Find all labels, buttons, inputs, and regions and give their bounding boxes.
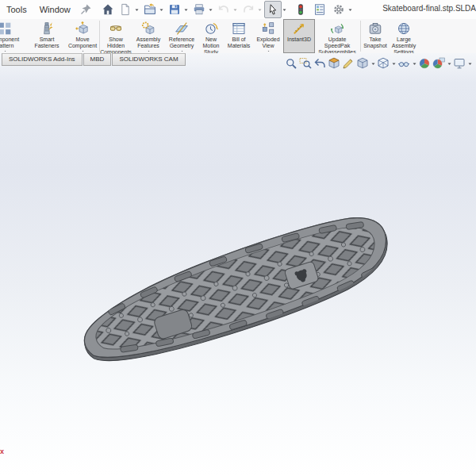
print-dropdown-icon[interactable] bbox=[208, 2, 213, 17]
bill-of-materials-icon bbox=[232, 21, 246, 36]
dropdown-caret-icon bbox=[2, 50, 8, 52]
ribbon-separator bbox=[360, 21, 361, 52]
dropdown-caret-icon bbox=[266, 50, 271, 52]
ribbon-button-exploded-view[interactable]: Exploded View bbox=[253, 19, 283, 53]
apply-scene-icon[interactable] bbox=[432, 56, 446, 71]
update-speedpak-icon bbox=[330, 21, 344, 36]
previous-view-icon[interactable] bbox=[313, 56, 327, 71]
dropdown-caret-icon bbox=[80, 50, 86, 52]
view-settings-icon[interactable] bbox=[452, 56, 466, 71]
graphics-area[interactable]: x bbox=[0, 53, 476, 476]
undo-dropdown-icon[interactable] bbox=[232, 2, 238, 17]
print-icon[interactable] bbox=[190, 1, 208, 18]
section-view-icon[interactable] bbox=[327, 56, 341, 71]
instant3d-icon bbox=[292, 21, 306, 36]
save-dropdown-icon[interactable] bbox=[183, 2, 189, 17]
command-manager-tabs: SOLIDWORKS Add-Ins MBD SOLIDWORKS CAM bbox=[2, 53, 186, 66]
zoom-to-fit-icon[interactable] bbox=[284, 56, 298, 71]
command-manager-ribbon: Component Pattern Smart Fasteners Move C… bbox=[0, 19, 476, 54]
new-document-icon[interactable] bbox=[117, 1, 134, 18]
assembly-features-icon bbox=[141, 21, 155, 36]
view-orientation-icon[interactable] bbox=[355, 56, 370, 71]
menubar: Tools Window Skateboard-final.stp.SLDA bbox=[0, 0, 476, 19]
heads-up-view-toolbar bbox=[284, 56, 473, 71]
ribbon-button-new-motion-study[interactable]: New Motion Study bbox=[198, 19, 225, 53]
ribbon-button-assembly-features[interactable]: Assembly Features bbox=[131, 19, 166, 53]
tab-solidworks-add-ins[interactable]: SOLIDWORKS Add-Ins bbox=[2, 53, 83, 66]
ribbon-button-move-component[interactable]: Move Component bbox=[67, 19, 98, 53]
document-title: Skateboard-final.stp.SLDA bbox=[382, 4, 476, 13]
show-hidden-components-icon bbox=[109, 21, 123, 36]
display-style-dropdown-icon[interactable] bbox=[390, 56, 397, 71]
menu-window[interactable]: Window bbox=[33, 2, 77, 17]
smart-fasteners-icon bbox=[40, 21, 54, 36]
large-assembly-settings-icon bbox=[397, 21, 411, 36]
new-motion-study-icon bbox=[204, 21, 218, 36]
ribbon-button-take-snapshot[interactable]: Take Snapshot bbox=[362, 19, 389, 53]
dynamic-annotation-views-icon[interactable] bbox=[341, 56, 355, 71]
skateboard-deck[interactable] bbox=[59, 194, 413, 387]
ribbon-button-reference-geometry[interactable]: Reference Geometry bbox=[166, 19, 198, 53]
redo-dropdown-icon[interactable] bbox=[257, 2, 263, 17]
open-icon[interactable] bbox=[141, 1, 159, 18]
redo-icon[interactable] bbox=[240, 1, 257, 18]
ribbon-button-smart-fasteners[interactable]: Smart Fasteners bbox=[27, 19, 67, 53]
zoom-to-area-icon[interactable] bbox=[298, 56, 313, 71]
undo-icon[interactable] bbox=[215, 1, 232, 18]
ribbon-button-show-hidden-components[interactable]: Show Hidden Components bbox=[101, 19, 131, 53]
save-icon[interactable] bbox=[166, 1, 183, 18]
hide-show-items-dropdown-icon[interactable] bbox=[411, 56, 417, 71]
ribbon-button-component-pattern[interactable]: Component Pattern bbox=[0, 19, 27, 53]
dropdown-caret-icon bbox=[179, 50, 185, 52]
options-dropdown-icon[interactable] bbox=[347, 2, 353, 17]
dropdown-caret-icon bbox=[146, 50, 152, 52]
options-gear-icon[interactable] bbox=[330, 1, 347, 18]
take-snapshot-icon bbox=[368, 21, 382, 36]
ribbon-button-bill-of-materials[interactable]: Bill of Materials bbox=[225, 19, 253, 53]
file-properties-icon[interactable] bbox=[311, 1, 328, 18]
open-dropdown-icon[interactable] bbox=[159, 2, 164, 17]
select-arrow-icon[interactable] bbox=[264, 1, 282, 18]
select-dropdown-icon[interactable] bbox=[282, 2, 287, 17]
pin-icon[interactable] bbox=[77, 1, 94, 18]
skateboard-model[interactable] bbox=[0, 53, 476, 476]
new-document-dropdown-icon[interactable] bbox=[134, 2, 140, 17]
reference-geometry-icon bbox=[175, 21, 189, 36]
view-orientation-dropdown-icon[interactable] bbox=[370, 56, 376, 71]
home-icon[interactable] bbox=[99, 1, 117, 18]
origin-axis-label: x bbox=[0, 447, 4, 455]
tab-solidworks-cam[interactable]: SOLIDWORKS CAM bbox=[112, 53, 185, 66]
menu-tools[interactable]: Tools bbox=[0, 2, 33, 17]
ribbon-button-update-speedpak[interactable]: Update SpeedPak Subassemblies bbox=[315, 19, 359, 53]
tab-mbd[interactable]: MBD bbox=[83, 53, 112, 66]
component-pattern-icon bbox=[0, 21, 12, 36]
ribbon-button-instant3d[interactable]: Instant3D bbox=[283, 19, 315, 53]
ribbon-button-large-assembly-settings[interactable]: Large Assembly Settings bbox=[389, 19, 419, 53]
performance-traffic-light-icon[interactable] bbox=[292, 1, 309, 18]
display-style-icon[interactable] bbox=[376, 56, 390, 71]
quick-access-toolbar bbox=[99, 1, 355, 18]
edit-appearance-icon[interactable] bbox=[417, 56, 432, 71]
view-settings-dropdown-icon[interactable] bbox=[466, 56, 473, 71]
hide-show-items-icon[interactable] bbox=[397, 56, 411, 71]
apply-scene-dropdown-icon[interactable] bbox=[446, 56, 452, 71]
move-component-icon bbox=[75, 21, 90, 36]
exploded-view-icon bbox=[261, 21, 275, 36]
